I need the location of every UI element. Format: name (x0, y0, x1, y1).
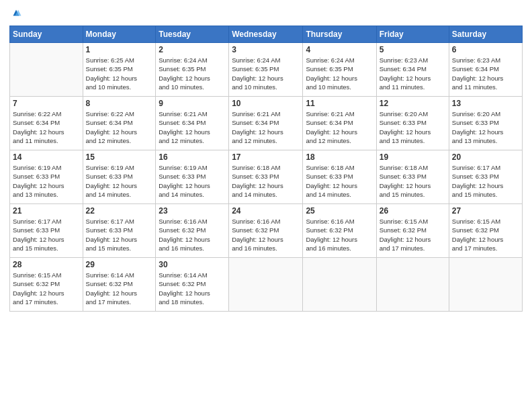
logo (9, 7, 22, 20)
day-number: 14 (13, 152, 80, 162)
calendar-cell: 15Sunrise: 6:19 AM Sunset: 6:33 PM Dayli… (83, 150, 156, 204)
calendar-cell: 29Sunrise: 6:14 AM Sunset: 6:32 PM Dayli… (83, 258, 156, 312)
day-number: 19 (380, 152, 446, 162)
day-info: Sunrise: 6:22 AM Sunset: 6:34 PM Dayligh… (13, 109, 80, 145)
logo-icon (10, 7, 22, 19)
day-info: Sunrise: 6:16 AM Sunset: 6:32 PM Dayligh… (159, 217, 226, 253)
calendar-header-saturday: Saturday (449, 26, 522, 43)
day-number: 21 (13, 206, 80, 216)
calendar-cell: 14Sunrise: 6:19 AM Sunset: 6:33 PM Dayli… (10, 150, 83, 204)
calendar-cell: 13Sunrise: 6:20 AM Sunset: 6:33 PM Dayli… (449, 97, 522, 150)
day-info: Sunrise: 6:22 AM Sunset: 6:34 PM Dayligh… (86, 109, 153, 145)
day-number: 6 (452, 45, 519, 54)
day-number: 22 (86, 206, 153, 216)
calendar-header-thursday: Thursday (303, 26, 376, 43)
day-info: Sunrise: 6:20 AM Sunset: 6:33 PM Dayligh… (380, 109, 446, 145)
calendar-cell: 22Sunrise: 6:17 AM Sunset: 6:33 PM Dayli… (83, 204, 156, 258)
day-info: Sunrise: 6:21 AM Sunset: 6:34 PM Dayligh… (306, 109, 373, 145)
calendar-table: SundayMondayTuesdayWednesdayThursdayFrid… (9, 26, 523, 312)
day-number: 28 (13, 260, 80, 269)
day-number: 2 (159, 45, 226, 54)
day-info: Sunrise: 6:16 AM Sunset: 6:32 PM Dayligh… (306, 217, 373, 253)
calendar-week-5: 28Sunrise: 6:15 AM Sunset: 6:32 PM Dayli… (10, 258, 523, 312)
calendar-week-1: 1Sunrise: 6:25 AM Sunset: 6:35 PM Daylig… (10, 43, 523, 97)
calendar-cell: 30Sunrise: 6:14 AM Sunset: 6:32 PM Dayli… (156, 258, 229, 312)
day-info: Sunrise: 6:24 AM Sunset: 6:35 PM Dayligh… (159, 56, 226, 91)
day-number: 3 (232, 45, 300, 54)
day-number: 5 (380, 45, 446, 54)
day-info: Sunrise: 6:15 AM Sunset: 6:32 PM Dayligh… (452, 217, 519, 253)
day-info: Sunrise: 6:14 AM Sunset: 6:32 PM Dayligh… (86, 271, 153, 306)
day-number: 1 (86, 45, 153, 54)
day-number: 24 (232, 206, 300, 216)
calendar-cell: 9Sunrise: 6:21 AM Sunset: 6:34 PM Daylig… (156, 97, 229, 150)
calendar-week-4: 21Sunrise: 6:17 AM Sunset: 6:33 PM Dayli… (10, 204, 523, 258)
day-info: Sunrise: 6:14 AM Sunset: 6:32 PM Dayligh… (159, 271, 226, 306)
calendar-cell: 28Sunrise: 6:15 AM Sunset: 6:32 PM Dayli… (10, 258, 83, 312)
day-info: Sunrise: 6:18 AM Sunset: 6:33 PM Dayligh… (306, 163, 373, 199)
calendar-cell: 27Sunrise: 6:15 AM Sunset: 6:32 PM Dayli… (449, 204, 522, 258)
day-number: 7 (13, 99, 80, 108)
calendar-cell: 7Sunrise: 6:22 AM Sunset: 6:34 PM Daylig… (10, 97, 83, 150)
calendar-cell: 10Sunrise: 6:21 AM Sunset: 6:34 PM Dayli… (229, 97, 303, 150)
calendar-cell: 12Sunrise: 6:20 AM Sunset: 6:33 PM Dayli… (376, 97, 449, 150)
day-info: Sunrise: 6:21 AM Sunset: 6:34 PM Dayligh… (159, 109, 226, 145)
calendar-week-2: 7Sunrise: 6:22 AM Sunset: 6:34 PM Daylig… (10, 97, 523, 150)
page: SundayMondayTuesdayWednesdayThursdayFrid… (0, 0, 532, 411)
day-number: 13 (452, 99, 519, 108)
day-number: 16 (159, 152, 226, 162)
calendar-cell: 8Sunrise: 6:22 AM Sunset: 6:34 PM Daylig… (83, 97, 156, 150)
calendar-cell: 18Sunrise: 6:18 AM Sunset: 6:33 PM Dayli… (303, 150, 376, 204)
calendar-cell (10, 43, 83, 97)
day-info: Sunrise: 6:19 AM Sunset: 6:33 PM Dayligh… (159, 163, 226, 199)
calendar-cell: 2Sunrise: 6:24 AM Sunset: 6:35 PM Daylig… (156, 43, 229, 97)
calendar-cell: 17Sunrise: 6:18 AM Sunset: 6:33 PM Dayli… (229, 150, 303, 204)
calendar-cell: 11Sunrise: 6:21 AM Sunset: 6:34 PM Dayli… (303, 97, 376, 150)
day-number: 4 (306, 45, 373, 54)
calendar-cell: 19Sunrise: 6:18 AM Sunset: 6:33 PM Dayli… (376, 150, 449, 204)
day-number: 12 (380, 99, 446, 108)
calendar-header-wednesday: Wednesday (229, 26, 303, 43)
calendar-header-sunday: Sunday (10, 26, 83, 43)
day-number: 15 (86, 152, 153, 162)
day-info: Sunrise: 6:17 AM Sunset: 6:33 PM Dayligh… (13, 217, 80, 253)
day-info: Sunrise: 6:18 AM Sunset: 6:33 PM Dayligh… (232, 163, 300, 199)
calendar-cell (303, 258, 376, 312)
day-info: Sunrise: 6:19 AM Sunset: 6:33 PM Dayligh… (86, 163, 153, 199)
calendar-cell: 26Sunrise: 6:15 AM Sunset: 6:32 PM Dayli… (376, 204, 449, 258)
calendar-cell: 23Sunrise: 6:16 AM Sunset: 6:32 PM Dayli… (156, 204, 229, 258)
day-info: Sunrise: 6:20 AM Sunset: 6:33 PM Dayligh… (452, 109, 519, 145)
day-number: 20 (452, 152, 519, 162)
day-info: Sunrise: 6:15 AM Sunset: 6:32 PM Dayligh… (380, 217, 446, 253)
calendar-header-tuesday: Tuesday (156, 26, 229, 43)
calendar-cell: 5Sunrise: 6:23 AM Sunset: 6:34 PM Daylig… (376, 43, 449, 97)
day-info: Sunrise: 6:21 AM Sunset: 6:34 PM Dayligh… (232, 109, 300, 145)
day-number: 29 (86, 260, 153, 269)
day-number: 30 (159, 260, 226, 269)
calendar-cell: 16Sunrise: 6:19 AM Sunset: 6:33 PM Dayli… (156, 150, 229, 204)
day-info: Sunrise: 6:24 AM Sunset: 6:35 PM Dayligh… (306, 56, 373, 91)
header (9, 7, 523, 20)
calendar-cell: 3Sunrise: 6:24 AM Sunset: 6:35 PM Daylig… (229, 43, 303, 97)
calendar-cell: 25Sunrise: 6:16 AM Sunset: 6:32 PM Dayli… (303, 204, 376, 258)
calendar-cell: 6Sunrise: 6:23 AM Sunset: 6:34 PM Daylig… (449, 43, 522, 97)
calendar-cell (449, 258, 522, 312)
day-info: Sunrise: 6:17 AM Sunset: 6:33 PM Dayligh… (452, 163, 519, 199)
calendar-cell: 20Sunrise: 6:17 AM Sunset: 6:33 PM Dayli… (449, 150, 522, 204)
day-info: Sunrise: 6:25 AM Sunset: 6:35 PM Dayligh… (86, 56, 153, 91)
day-number: 11 (306, 99, 373, 108)
calendar-cell: 4Sunrise: 6:24 AM Sunset: 6:35 PM Daylig… (303, 43, 376, 97)
day-number: 27 (452, 206, 519, 216)
day-info: Sunrise: 6:15 AM Sunset: 6:32 PM Dayligh… (13, 271, 80, 306)
calendar-header-monday: Monday (83, 26, 156, 43)
day-number: 18 (306, 152, 373, 162)
day-number: 25 (306, 206, 373, 216)
day-info: Sunrise: 6:23 AM Sunset: 6:34 PM Dayligh… (452, 56, 519, 91)
day-number: 9 (159, 99, 226, 108)
calendar-week-3: 14Sunrise: 6:19 AM Sunset: 6:33 PM Dayli… (10, 150, 523, 204)
calendar-header-row: SundayMondayTuesdayWednesdayThursdayFrid… (10, 26, 523, 43)
day-number: 23 (159, 206, 226, 216)
day-number: 26 (380, 206, 446, 216)
day-number: 10 (232, 99, 300, 108)
calendar-header-friday: Friday (376, 26, 449, 43)
